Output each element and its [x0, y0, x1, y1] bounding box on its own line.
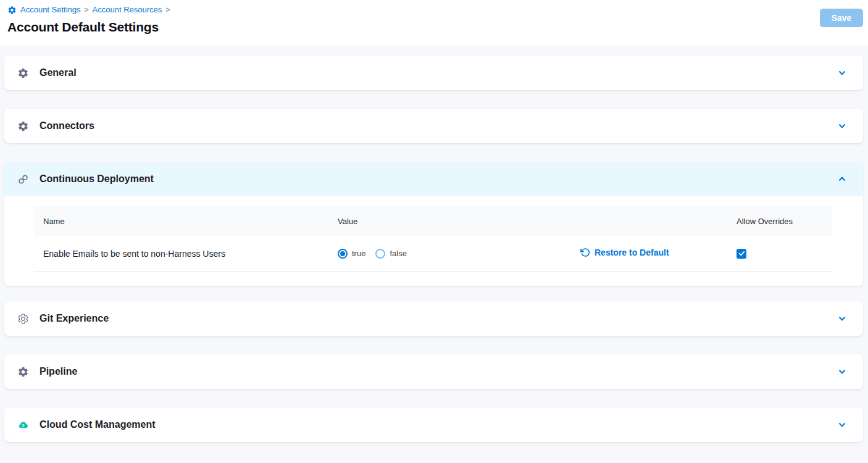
restore-undo-icon: [580, 248, 590, 257]
section-card-pipeline: Pipeline: [4, 354, 863, 389]
save-button[interactable]: Save: [820, 9, 863, 27]
chevron-down-icon[interactable]: [837, 121, 847, 131]
gear-icon: [17, 366, 29, 378]
allow-overrides-checkbox-checked[interactable]: [737, 249, 746, 259]
section-card-continuous-deployment: Continuous Deployment Name Value Allow O…: [4, 162, 863, 286]
page-header: Account Settings > Account Resources > A…: [0, 0, 868, 46]
section-card-connectors: Connectors: [4, 109, 863, 143]
section-label: Git Experience: [40, 313, 109, 324]
page-title: Account Default Settings: [7, 20, 853, 35]
account-settings-gear-icon: [7, 6, 17, 15]
settings-table: Name Value Allow Overrides Enable Emails…: [4, 196, 863, 286]
radio-label: true: [352, 249, 365, 258]
cloud-dollar-icon: $: [17, 419, 29, 431]
chevron-down-icon[interactable]: [837, 420, 847, 430]
column-header-allow-overrides: Allow Overrides: [735, 217, 832, 226]
radio-unselected-icon[interactable]: [375, 249, 385, 259]
radio-option-true[interactable]: true: [338, 249, 365, 259]
restore-link-label: Restore to Default: [595, 248, 669, 257]
section-label: Connectors: [40, 120, 94, 131]
column-header-name: Name: [34, 217, 336, 226]
radio-option-false[interactable]: false: [375, 249, 406, 259]
table-row: Enable Emails to be sent to non-Harness …: [34, 236, 832, 272]
chevron-up-icon[interactable]: [837, 174, 847, 184]
settings-table-header-row: Name Value Allow Overrides: [34, 206, 832, 236]
section-card-general: General: [4, 56, 863, 90]
chevron-down-icon[interactable]: [837, 314, 847, 323]
section-card-cloud-cost-management: $ Cloud Cost Management: [4, 407, 863, 442]
section-header-pipeline[interactable]: Pipeline: [4, 354, 863, 389]
linked-rings-icon: [17, 173, 29, 185]
section-label: Cloud Cost Management: [40, 419, 156, 430]
breadcrumb-link-account-resources[interactable]: Account Resources: [93, 4, 162, 15]
section-label: General: [40, 67, 77, 78]
column-header-value: Value: [336, 217, 580, 226]
radio-selected-icon[interactable]: [338, 249, 348, 259]
gear-icon: [17, 67, 29, 79]
radio-label: false: [390, 249, 406, 258]
section-header-cloud-cost-management[interactable]: $ Cloud Cost Management: [4, 407, 863, 442]
breadcrumb-separator: >: [85, 4, 89, 15]
breadcrumb: Account Settings > Account Resources >: [7, 4, 853, 15]
setting-value-radio-group: true false: [336, 249, 580, 259]
section-header-general[interactable]: General: [4, 56, 863, 90]
section-label: Continuous Deployment: [40, 173, 154, 185]
gear-icon: [17, 120, 29, 132]
section-header-continuous-deployment[interactable]: Continuous Deployment: [4, 162, 863, 196]
breadcrumb-separator: >: [165, 4, 170, 15]
section-card-git-experience: Git Experience: [4, 301, 863, 336]
section-header-connectors[interactable]: Connectors: [4, 109, 863, 143]
setting-name: Enable Emails to be sent to non-Harness …: [34, 249, 336, 259]
breadcrumb-link-account-settings[interactable]: Account Settings: [20, 4, 81, 15]
chevron-down-icon[interactable]: [837, 68, 847, 78]
section-label: Pipeline: [40, 366, 77, 377]
chevron-down-icon[interactable]: [837, 367, 847, 377]
settings-accordion-list: General Connectors Continuous Deploy: [0, 46, 868, 442]
restore-to-default-link[interactable]: Restore to Default: [580, 248, 669, 257]
section-header-git-experience[interactable]: Git Experience: [4, 301, 863, 336]
gear-outline-icon: [17, 313, 29, 325]
